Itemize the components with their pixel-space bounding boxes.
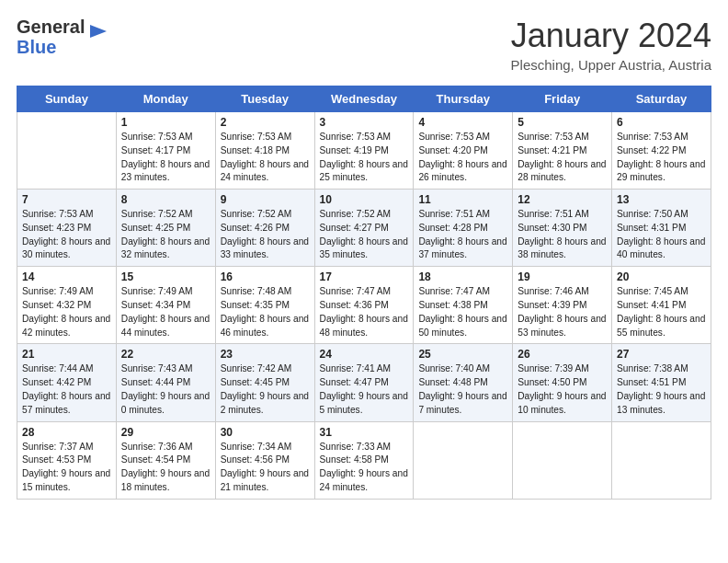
days-header-row: SundayMondayTuesdayWednesdayThursdayFrid…: [17, 86, 711, 112]
day-number: 12: [518, 193, 607, 206]
calendar-cell: 8Sunrise: 7:52 AMSunset: 4:25 PMDaylight…: [116, 190, 215, 267]
daylight-text: Daylight: 8 hours and 37 minutes.: [418, 236, 506, 260]
day-number: 27: [617, 348, 706, 361]
daylight-text: Daylight: 9 hours and 21 minutes.: [221, 468, 309, 492]
sunrise-text: Sunrise: 7:50 AM: [617, 209, 688, 219]
day-number: 23: [221, 348, 310, 361]
calendar-cell: 12Sunrise: 7:51 AMSunset: 4:30 PMDayligh…: [513, 190, 612, 267]
day-header-sunday: Sunday: [17, 86, 117, 112]
calendar-cell: 17Sunrise: 7:47 AMSunset: 4:36 PMDayligh…: [314, 267, 414, 344]
day-number: 21: [22, 348, 111, 361]
sunset-text: Sunset: 4:48 PM: [418, 377, 487, 387]
cell-content: Sunrise: 7:33 AMSunset: 4:58 PMDaylight:…: [320, 441, 409, 495]
calendar-cell: [17, 112, 117, 190]
week-row-5: 28Sunrise: 7:37 AMSunset: 4:53 PMDayligh…: [17, 421, 711, 499]
sunrise-text: Sunrise: 7:53 AM: [617, 132, 688, 142]
cell-content: Sunrise: 7:53 AMSunset: 4:21 PMDaylight:…: [518, 131, 607, 185]
cell-content: Sunrise: 7:52 AMSunset: 4:26 PMDaylight:…: [221, 208, 310, 262]
cell-content: Sunrise: 7:51 AMSunset: 4:30 PMDaylight:…: [518, 208, 607, 262]
sunset-text: Sunset: 4:39 PM: [518, 300, 586, 310]
calendar-cell: [513, 421, 612, 499]
logo: General Blue: [17, 17, 108, 57]
cell-content: Sunrise: 7:34 AMSunset: 4:56 PMDaylight:…: [221, 441, 310, 495]
daylight-text: Daylight: 8 hours and 23 minutes.: [121, 159, 210, 183]
sunset-text: Sunset: 4:22 PM: [617, 145, 686, 155]
calendar-cell: [612, 421, 711, 499]
daylight-text: Daylight: 8 hours and 53 minutes.: [518, 314, 606, 338]
cell-content: Sunrise: 7:41 AMSunset: 4:47 PMDaylight:…: [320, 362, 409, 417]
calendar-cell: 22Sunrise: 7:43 AMSunset: 4:44 PMDayligh…: [116, 344, 215, 421]
daylight-text: Daylight: 8 hours and 24 minutes.: [221, 159, 309, 183]
cell-content: Sunrise: 7:53 AMSunset: 4:23 PMDaylight:…: [22, 208, 111, 262]
daylight-text: Daylight: 8 hours and 26 minutes.: [418, 159, 506, 183]
daylight-text: Daylight: 8 hours and 46 minutes.: [221, 314, 309, 338]
daylight-text: Daylight: 8 hours and 29 minutes.: [617, 159, 705, 183]
day-header-friday: Friday: [513, 86, 612, 112]
sunset-text: Sunset: 4:19 PM: [320, 145, 389, 155]
week-row-1: 1Sunrise: 7:53 AMSunset: 4:17 PMDaylight…: [17, 112, 711, 190]
calendar-cell: 28Sunrise: 7:37 AMSunset: 4:53 PMDayligh…: [17, 421, 117, 499]
month-title: January 2024: [511, 17, 711, 55]
day-number: 5: [518, 116, 607, 129]
cell-content: Sunrise: 7:43 AMSunset: 4:44 PMDaylight:…: [121, 362, 210, 417]
location-subtitle: Plesching, Upper Austria, Austria: [511, 57, 711, 73]
day-number: 10: [320, 193, 409, 206]
calendar-cell: [414, 421, 513, 499]
calendar-cell: 30Sunrise: 7:34 AMSunset: 4:56 PMDayligh…: [215, 421, 314, 499]
sunrise-text: Sunrise: 7:49 AM: [22, 286, 94, 296]
day-number: 22: [121, 348, 210, 361]
sunset-text: Sunset: 4:42 PM: [22, 377, 91, 387]
daylight-text: Daylight: 9 hours and 18 minutes.: [121, 468, 210, 492]
day-number: 11: [418, 193, 507, 206]
sunrise-text: Sunrise: 7:53 AM: [418, 132, 490, 142]
calendar-cell: 9Sunrise: 7:52 AMSunset: 4:26 PMDaylight…: [215, 190, 314, 267]
week-row-3: 14Sunrise: 7:49 AMSunset: 4:32 PMDayligh…: [17, 267, 711, 344]
cell-content: Sunrise: 7:38 AMSunset: 4:51 PMDaylight:…: [617, 362, 706, 417]
cell-content: Sunrise: 7:52 AMSunset: 4:27 PMDaylight:…: [320, 208, 409, 262]
day-header-tuesday: Tuesday: [215, 86, 314, 112]
cell-content: Sunrise: 7:53 AMSunset: 4:22 PMDaylight:…: [617, 131, 706, 185]
calendar-cell: 29Sunrise: 7:36 AMSunset: 4:54 PMDayligh…: [116, 421, 215, 499]
day-number: 6: [617, 116, 706, 129]
day-number: 14: [22, 270, 111, 283]
day-number: 19: [518, 270, 607, 283]
cell-content: Sunrise: 7:44 AMSunset: 4:42 PMDaylight:…: [22, 362, 111, 417]
cell-content: Sunrise: 7:39 AMSunset: 4:50 PMDaylight:…: [518, 362, 607, 417]
calendar-cell: 26Sunrise: 7:39 AMSunset: 4:50 PMDayligh…: [513, 344, 612, 421]
calendar-cell: 2Sunrise: 7:53 AMSunset: 4:18 PMDaylight…: [215, 112, 314, 190]
cell-content: Sunrise: 7:53 AMSunset: 4:19 PMDaylight:…: [320, 131, 409, 185]
cell-content: Sunrise: 7:42 AMSunset: 4:45 PMDaylight:…: [221, 362, 310, 417]
daylight-text: Daylight: 8 hours and 33 minutes.: [221, 236, 309, 260]
week-row-4: 21Sunrise: 7:44 AMSunset: 4:42 PMDayligh…: [17, 344, 711, 421]
cell-content: Sunrise: 7:49 AMSunset: 4:32 PMDaylight:…: [22, 285, 111, 339]
sunset-text: Sunset: 4:35 PM: [221, 300, 290, 310]
day-number: 20: [617, 270, 706, 283]
cell-content: Sunrise: 7:53 AMSunset: 4:17 PMDaylight:…: [121, 131, 210, 185]
calendar-cell: 3Sunrise: 7:53 AMSunset: 4:19 PMDaylight…: [314, 112, 414, 190]
cell-content: Sunrise: 7:50 AMSunset: 4:31 PMDaylight:…: [617, 208, 706, 262]
daylight-text: Daylight: 9 hours and 5 minutes.: [320, 391, 408, 415]
cell-content: Sunrise: 7:40 AMSunset: 4:48 PMDaylight:…: [418, 362, 507, 417]
daylight-text: Daylight: 9 hours and 7 minutes.: [418, 391, 506, 415]
sunrise-text: Sunrise: 7:34 AM: [221, 442, 292, 452]
calendar-cell: 5Sunrise: 7:53 AMSunset: 4:21 PMDaylight…: [513, 112, 612, 190]
daylight-text: Daylight: 8 hours and 50 minutes.: [418, 314, 506, 338]
sunset-text: Sunset: 4:18 PM: [221, 145, 290, 155]
sunrise-text: Sunrise: 7:41 AM: [320, 363, 392, 373]
sunset-text: Sunset: 4:44 PM: [121, 377, 190, 387]
sunset-text: Sunset: 4:38 PM: [418, 300, 487, 310]
sunset-text: Sunset: 4:51 PM: [617, 377, 686, 387]
day-number: 9: [221, 193, 310, 206]
calendar-cell: 4Sunrise: 7:53 AMSunset: 4:20 PMDaylight…: [414, 112, 513, 190]
daylight-text: Daylight: 9 hours and 24 minutes.: [320, 468, 408, 492]
sunrise-text: Sunrise: 7:52 AM: [320, 209, 392, 219]
sunset-text: Sunset: 4:21 PM: [518, 145, 586, 155]
calendar-cell: 10Sunrise: 7:52 AMSunset: 4:27 PMDayligh…: [314, 190, 414, 267]
sunrise-text: Sunrise: 7:49 AM: [121, 286, 193, 296]
sunrise-text: Sunrise: 7:43 AM: [121, 363, 193, 373]
header: General Blue January 2024 Plesching, Upp…: [17, 17, 711, 73]
day-number: 28: [22, 426, 111, 439]
week-row-2: 7Sunrise: 7:53 AMSunset: 4:23 PMDaylight…: [17, 190, 711, 267]
cell-content: Sunrise: 7:52 AMSunset: 4:25 PMDaylight:…: [121, 208, 210, 262]
cell-content: Sunrise: 7:51 AMSunset: 4:28 PMDaylight:…: [418, 208, 507, 262]
